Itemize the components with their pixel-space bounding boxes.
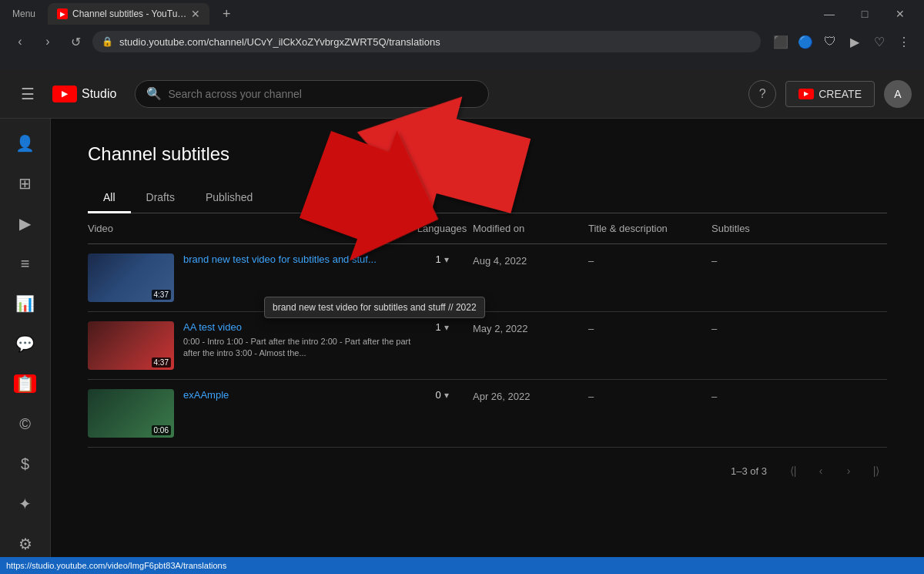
status-bar: https://studio.youtube.com/video/ImgF6pb… xyxy=(0,557,924,574)
app-wrapper: ☰ ▶ Studio 🔍 ? ▶ CREATE A 👤 ⊞ xyxy=(0,69,924,562)
browser-tab[interactable]: ▶ Channel subtitles - YouTu… ✕ xyxy=(48,3,209,25)
new-tab-button[interactable]: + xyxy=(216,3,237,25)
create-label: CREATE xyxy=(819,88,862,100)
modified-cell-2: May 2, 2022 xyxy=(473,321,588,334)
col-header-title: Title & description xyxy=(588,223,711,234)
tab-all[interactable]: All xyxy=(88,183,131,213)
chevron-down-icon-1[interactable]: ▾ xyxy=(444,254,449,265)
lang-count-3: 0 xyxy=(435,389,440,401)
yt-logo-text: Studio xyxy=(82,87,116,101)
heart-icon[interactable]: ♡ xyxy=(869,31,890,52)
lang-count-2: 1 xyxy=(435,321,440,333)
browser-addressbar: ‹ › ↺ 🔒 studio.youtube.com/channel/UCvY_… xyxy=(0,28,924,55)
sidebar-item-monetization[interactable]: $ xyxy=(7,445,44,482)
app-header: ☰ ▶ Studio 🔍 ? ▶ CREATE A xyxy=(0,69,924,119)
lock-icon: 🔒 xyxy=(102,36,113,47)
duration-3: 0:06 xyxy=(152,425,171,435)
modified-cell-3: Apr 26, 2022 xyxy=(473,389,588,402)
address-url: studio.youtube.com/channel/UCvY_ilCkXoZY… xyxy=(119,36,440,48)
forward-button[interactable]: › xyxy=(37,31,59,52)
search-bar[interactable]: 🔍 xyxy=(135,80,489,108)
status-url: https://studio.youtube.com/video/ImgF6pb… xyxy=(6,561,226,570)
first-page-button[interactable]: ⟨| xyxy=(782,460,804,482)
lang-count-1: 1 xyxy=(435,253,440,265)
create-video-icon: ▶ xyxy=(798,89,814,99)
video-title-link-2[interactable]: AA test video xyxy=(183,321,411,333)
chevron-down-icon-2[interactable]: ▾ xyxy=(444,322,449,333)
thumbnail-3[interactable]: 0:06 xyxy=(88,389,174,438)
monetization-icon: $ xyxy=(21,456,29,472)
content-icon: ▶ xyxy=(19,216,31,231)
title-cell-3: – xyxy=(588,389,711,402)
col-header-modified: Modified on xyxy=(473,223,588,234)
content-area: 👤 ⊞ ▶ ≡ 📊 💬 📋 © $ xyxy=(0,119,924,562)
sidebar-item-copyright[interactable]: © xyxy=(7,405,44,442)
profile-icon[interactable]: 🔵 xyxy=(795,31,816,52)
sidebar-item-subtitles[interactable]: 📋 xyxy=(7,365,44,402)
tab-title: Channel subtitles - YouTu… xyxy=(72,8,186,19)
sidebar: 👤 ⊞ ▶ ≡ 📊 💬 📋 © $ xyxy=(0,119,51,562)
avatar[interactable]: A xyxy=(884,80,912,108)
tab-published[interactable]: Published xyxy=(190,183,269,213)
sidebar-item-content[interactable]: ▶ xyxy=(7,205,44,242)
youtube-studio-logo[interactable]: ▶ Studio xyxy=(52,86,116,102)
tab-favicon-icon: ▶ xyxy=(57,8,68,19)
video-info-1: brand new test video for subtitles and s… xyxy=(183,253,411,268)
sidebar-item-dashboard[interactable]: ⊞ xyxy=(7,165,44,202)
menu-icon[interactable]: ⋮ xyxy=(893,31,915,52)
minimize-button[interactable]: — xyxy=(812,0,847,28)
lang-cell-3: 0 ▾ xyxy=(411,389,473,401)
play-icon[interactable]: ▶ xyxy=(844,31,865,52)
last-page-button[interactable]: |⟩ xyxy=(865,460,887,482)
help-button[interactable]: ? xyxy=(748,80,776,108)
page-title: Channel subtitles xyxy=(88,143,887,165)
browser-toolbar: ⬛ 🔵 🛡 ▶ ♡ ⋮ xyxy=(770,31,915,52)
video-title-link-3[interactable]: exAAmple xyxy=(183,389,411,401)
sidebar-item-playlists[interactable]: ≡ xyxy=(7,245,44,282)
shield-icon[interactable]: 🛡 xyxy=(819,31,841,52)
thumbnail-1[interactable]: 4:37 xyxy=(88,253,174,302)
browser-titlebar: Menu ▶ Channel subtitles - YouTu… ✕ + — … xyxy=(0,0,924,28)
sidebar-item-analytics[interactable]: 📊 xyxy=(7,285,44,322)
lang-cell-1: 1 ▾ xyxy=(411,253,473,265)
table-row: 0:06 exAAmple 0 ▾ Apr 26, 2022 – – xyxy=(88,380,887,448)
modified-cell-1: Aug 4, 2022 xyxy=(473,253,588,267)
main-content: Channel subtitles All Drafts Published V… xyxy=(51,119,924,562)
sidebar-item-customization[interactable]: ✦ xyxy=(7,485,44,522)
table-container: Video Languages Modified on Title & desc… xyxy=(88,213,887,448)
search-icon: 🔍 xyxy=(146,86,162,101)
pagination-info: 1–3 of 3 xyxy=(731,465,767,477)
chevron-down-icon-3[interactable]: ▾ xyxy=(444,390,449,401)
pagination: 1–3 of 3 ⟨| ‹ › |⟩ xyxy=(88,448,887,494)
sidebar-item-comments[interactable]: 💬 xyxy=(7,325,44,362)
maximize-button[interactable]: □ xyxy=(847,0,882,28)
sidebar-item-avatar[interactable]: 👤 xyxy=(7,125,44,162)
hamburger-button[interactable]: ☰ xyxy=(12,79,43,109)
refresh-button[interactable]: ↺ xyxy=(65,31,86,52)
subtitles-cell-2: – xyxy=(711,321,788,334)
search-input[interactable] xyxy=(168,88,477,100)
extensions-icon[interactable]: ⬛ xyxy=(770,31,792,52)
video-cell-1: 4:37 brand new test video for subtitles … xyxy=(88,253,411,302)
thumbnail-2[interactable]: 4:37 xyxy=(88,321,174,370)
tab-drafts[interactable]: Drafts xyxy=(131,183,190,213)
next-page-button[interactable]: › xyxy=(838,460,859,482)
prev-page-button[interactable]: ‹ xyxy=(810,460,832,482)
header-right: ? ▶ CREATE A xyxy=(748,80,912,108)
back-button[interactable]: ‹ xyxy=(9,31,31,52)
settings-icon: ⚙ xyxy=(18,536,32,552)
subtitles-cell-1: – xyxy=(711,253,788,267)
video-desc-2: 0:00 - Intro 1:00 - Part after the intro… xyxy=(183,336,411,360)
tab-close-button[interactable]: ✕ xyxy=(191,8,200,19)
close-button[interactable]: ✕ xyxy=(882,0,918,28)
duration-2: 4:37 xyxy=(152,357,171,368)
create-button[interactable]: ▶ CREATE xyxy=(785,81,875,107)
title-cell-1: – xyxy=(588,253,711,267)
video-info-3: exAAmple xyxy=(183,389,411,404)
address-bar[interactable]: 🔒 studio.youtube.com/channel/UCvY_ilCkXo… xyxy=(92,31,761,52)
title-cell-2: – xyxy=(588,321,711,334)
video-title-link-1[interactable]: brand new test video for subtitles and s… xyxy=(183,253,411,265)
video-info-2: AA test video 0:00 - Intro 1:00 - Part a… xyxy=(183,321,411,360)
browser-menu-button[interactable]: Menu xyxy=(6,5,42,22)
subtitles-cell-3: – xyxy=(711,389,788,402)
